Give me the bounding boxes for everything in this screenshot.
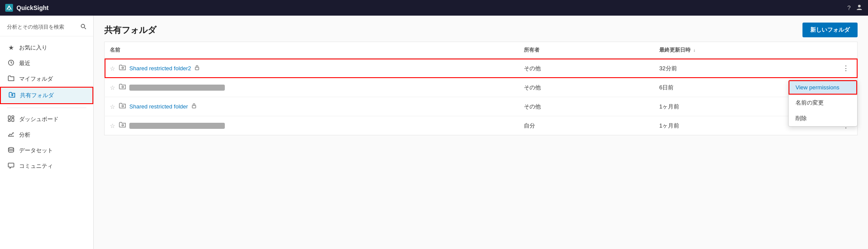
sidebar-search[interactable]: 分析とその他項目を検索: [0, 21, 93, 36]
topbar: QuickSight ?: [0, 0, 868, 16]
folders-table: 名前 所有者 最終更新日時 ↓: [104, 42, 858, 135]
sort-desc-icon: ↓: [693, 48, 695, 52]
cell-owner: その他: [519, 78, 654, 97]
sidebar-item-my-folder[interactable]: マイフォルダ: [0, 71, 93, 87]
sidebar-item-label: お気に入り: [19, 44, 47, 52]
star-icon[interactable]: ☆: [110, 84, 115, 91]
sidebar-item-shared-folder[interactable]: 共有フォルダ: [0, 87, 93, 104]
main-content: 共有フォルダ 新しいフォルダ 名前 所有者 最終更新日時 ↓: [94, 16, 868, 249]
context-menu-item-view-permissions[interactable]: View permissions: [789, 80, 857, 95]
topbar-left: QuickSight: [5, 4, 49, 12]
svg-rect-7: [12, 116, 14, 118]
sidebar-item-label: データセット: [19, 147, 53, 154]
clock-icon: [7, 59, 15, 67]
folder-name-label[interactable]: Shared restricted folder2: [129, 65, 191, 72]
analysis-icon: [7, 131, 15, 139]
sidebar-item-label: 共有フォルダ: [20, 92, 54, 99]
sidebar-item-label: コミュニティ: [19, 162, 53, 170]
sidebar-item-analysis[interactable]: 分析: [0, 127, 93, 143]
sidebar: 分析とその他項目を検索 ★ お気に入り 最近: [0, 16, 94, 249]
context-menu-item-rename[interactable]: 名前の変更: [789, 95, 857, 111]
sidebar-item-label: 分析: [19, 131, 30, 139]
svg-point-10: [8, 147, 13, 149]
col-header-actions: [789, 42, 857, 59]
cell-owner: その他: [519, 97, 654, 116]
sidebar-item-dashboard[interactable]: ダッシュボード: [0, 111, 93, 127]
table-container: 名前 所有者 最終更新日時 ↓: [94, 42, 868, 135]
help-icon[interactable]: ?: [847, 4, 851, 11]
cell-date: 6日前: [654, 78, 789, 97]
folder-name-label[interactable]: Shared restricted folder: [129, 103, 188, 110]
svg-rect-9: [12, 118, 14, 121]
cell-name-inner: ☆: [110, 121, 513, 130]
star-icon[interactable]: ☆: [110, 122, 115, 129]
star-icon[interactable]: ☆: [110, 103, 115, 110]
table-row: ☆ Shared restricted folder2: [105, 59, 858, 78]
col-header-date[interactable]: 最終更新日時 ↓: [654, 42, 789, 59]
cell-name: ☆: [105, 78, 519, 97]
table-row: ☆ 自分 1ヶ月前: [105, 116, 858, 135]
cell-name: ☆: [105, 116, 519, 135]
shared-folder-row-icon: [119, 121, 126, 130]
star-filled-icon: ★: [7, 44, 15, 52]
svg-rect-0: [5, 4, 13, 12]
page-title: 共有フォルダ: [104, 24, 156, 36]
sidebar-item-label: マイフォルダ: [19, 75, 53, 83]
lock-icon: [194, 65, 200, 72]
sidebar-item-label: ダッシュボード: [19, 115, 59, 123]
cell-actions: ⋮: [789, 59, 857, 78]
blurred-name: [129, 85, 225, 91]
row-actions-button[interactable]: ⋮: [840, 63, 852, 73]
folder-icon: [7, 75, 15, 83]
table-header-row: 名前 所有者 最終更新日時 ↓: [105, 42, 858, 59]
cell-name-inner: ☆ Shared restricted folder2: [110, 64, 513, 72]
cell-date: 32分前: [654, 59, 789, 78]
search-icon[interactable]: [80, 23, 86, 31]
cell-name-inner: ☆ Shared restricted folder: [110, 102, 513, 111]
shared-folder-icon: [8, 92, 16, 99]
context-menu: View permissions 名前の変更 削除: [788, 80, 858, 127]
shared-folder-row-icon: [119, 102, 126, 111]
shared-folder-row-icon: [119, 83, 126, 92]
table-row: ☆ その他 6日前: [105, 78, 858, 97]
col-header-name: 名前: [105, 42, 519, 59]
layout: 分析とその他項目を検索 ★ お気に入り 最近: [0, 16, 868, 249]
cell-name-inner: ☆: [110, 83, 513, 92]
blurred-name: [129, 123, 225, 129]
search-label: 分析とその他項目を検索: [7, 23, 78, 31]
sidebar-item-dataset[interactable]: データセット: [0, 143, 93, 158]
sidebar-item-recent[interactable]: 最近: [0, 56, 93, 71]
community-icon: [7, 162, 15, 170]
main-header: 共有フォルダ 新しいフォルダ: [94, 16, 868, 42]
cell-date: 1ヶ月前: [654, 116, 789, 135]
svg-point-3: [81, 24, 85, 28]
sidebar-divider: [7, 108, 86, 108]
col-header-owner: 所有者: [519, 42, 654, 59]
svg-rect-12: [192, 105, 196, 108]
svg-rect-8: [8, 120, 10, 121]
dataset-icon: [7, 147, 15, 154]
star-icon[interactable]: ☆: [110, 65, 115, 72]
app-title: QuickSight: [16, 4, 49, 11]
cell-owner: 自分: [519, 116, 654, 135]
cell-date: 1ヶ月前: [654, 97, 789, 116]
user-icon[interactable]: [856, 4, 863, 12]
sidebar-item-favorites[interactable]: ★ お気に入り: [0, 40, 93, 56]
quicksight-logo-icon: [5, 4, 13, 12]
lock-icon: [191, 103, 197, 110]
cell-owner: その他: [519, 59, 654, 78]
sidebar-item-community[interactable]: コミュニティ: [0, 158, 93, 174]
cell-name: ☆ Shared restricted folder2: [105, 59, 519, 78]
svg-point-1: [9, 9, 10, 10]
shared-folder-row-icon: [119, 64, 126, 72]
svg-line-4: [85, 28, 86, 29]
svg-point-2: [858, 5, 861, 7]
sidebar-item-label: 最近: [19, 59, 30, 67]
table-row: ☆ Shared restricted folder: [105, 97, 858, 116]
svg-rect-11: [195, 67, 199, 70]
context-menu-item-delete[interactable]: 削除: [789, 111, 857, 126]
topbar-right: ?: [847, 4, 863, 12]
cell-name: ☆ Shared restricted folder: [105, 97, 519, 116]
new-folder-button[interactable]: 新しいフォルダ: [802, 23, 858, 37]
dashboard-icon: [7, 115, 15, 123]
